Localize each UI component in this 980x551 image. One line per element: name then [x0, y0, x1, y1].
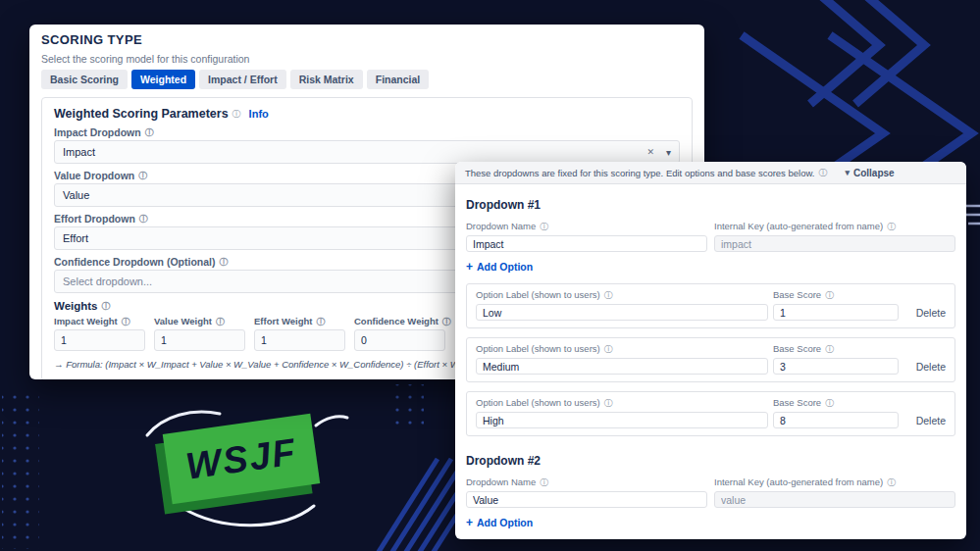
option-row-fields: Delete — [476, 358, 946, 375]
dropdown-1-heading: Dropdown #1 — [466, 198, 955, 212]
option-row-headers: Option Label (shown to users) ⓘ Base Sco… — [476, 289, 946, 301]
info-icon[interactable]: ⓘ — [232, 110, 241, 119]
confidence-weight-input[interactable] — [354, 329, 445, 351]
impact-dropdown-select[interactable]: Impact ✕ ▾ — [54, 140, 680, 164]
info-icon[interactable]: ⓘ — [540, 478, 548, 487]
dropdown-options-panel: These dropdowns are fixed for this scori… — [455, 162, 966, 539]
impact-weight-field: Impact Weight ⓘ — [54, 316, 145, 351]
value-weight-field: Value Weight ⓘ — [154, 316, 245, 351]
add-option-button[interactable]: + Add Option — [466, 261, 533, 273]
info-icon[interactable]: ⓘ — [216, 318, 225, 326]
add-option-button[interactable]: + Add Option — [466, 517, 533, 528]
hatch-decor — [377, 459, 459, 551]
info-icon[interactable]: ⓘ — [825, 399, 834, 408]
info-icon[interactable]: ⓘ — [604, 291, 613, 300]
info-icon[interactable]: ⓘ — [122, 318, 130, 326]
dropdown-1-labels: Dropdown Name ⓘ Internal Key (auto-gener… — [466, 221, 955, 232]
option-row-fields: Delete — [476, 412, 946, 428]
option-row-2: Option Label (shown to users) ⓘ Base Sco… — [466, 337, 955, 382]
tab-weighted[interactable]: Weighted — [131, 70, 195, 89]
info-icon[interactable]: ⓘ — [139, 215, 148, 224]
base-score-input[interactable] — [773, 358, 899, 375]
delete-option-button[interactable]: Delete — [916, 307, 946, 319]
info-icon[interactable]: ⓘ — [887, 478, 896, 487]
info-icon[interactable]: ⓘ — [442, 318, 451, 326]
dropdown-2-name-input[interactable] — [466, 491, 707, 508]
internal-key-label: Internal Key (auto-generated from name) … — [714, 221, 955, 232]
base-score-header: Base Score ⓘ — [773, 397, 899, 409]
option-label-header: Option Label (shown to users) ⓘ — [476, 397, 768, 409]
base-score-header: Base Score ⓘ — [773, 289, 899, 301]
plus-icon: + — [466, 261, 473, 273]
chevron-down-icon[interactable]: ▾ — [666, 147, 671, 158]
info-icon[interactable]: ⓘ — [887, 223, 896, 231]
base-score-input[interactable] — [773, 304, 899, 321]
info-icon[interactable]: ⓘ — [316, 318, 325, 326]
dropdown-1-name-input[interactable] — [466, 235, 707, 252]
field-label: Effort Weight ⓘ — [254, 316, 345, 327]
section-heading: Weighted Scoring Parameters — [54, 107, 229, 121]
effort-weight-input[interactable] — [254, 329, 345, 351]
dropdown-name-label: Dropdown Name ⓘ — [466, 221, 707, 232]
delete-option-button[interactable]: Delete — [916, 415, 946, 426]
add-option-label: Add Option — [477, 261, 533, 273]
delete-option-button[interactable]: Delete — [916, 361, 946, 373]
dropdown-name-label: Dropdown Name ⓘ — [466, 476, 707, 488]
wsjf-logo-text: WSJF — [183, 430, 299, 487]
dropdown-2-key-input — [714, 491, 955, 508]
scoring-model-tabs: Basic Scoring Weighted Impact / Effort R… — [41, 70, 693, 89]
section-heading-row: Weighted Scoring Parameters ⓘ Info — [54, 107, 680, 121]
collapse-button[interactable]: ▾ Collapse — [845, 168, 894, 178]
dropdown-2-labels: Dropdown Name ⓘ Internal Key (auto-gener… — [466, 476, 955, 488]
dropdown-1-key-input — [714, 235, 955, 252]
base-score-input[interactable] — [773, 412, 899, 428]
field-label: Impact Weight ⓘ — [54, 316, 145, 327]
plus-icon: + — [466, 517, 473, 528]
tab-impact-effort[interactable]: Impact / Effort — [199, 70, 286, 89]
option-label-header: Option Label (shown to users) ⓘ — [476, 289, 768, 301]
option-row-fields: Delete — [476, 304, 946, 321]
option-row-headers: Option Label (shown to users) ⓘ Base Sco… — [476, 343, 946, 355]
add-option-label: Add Option — [477, 517, 533, 528]
confidence-weight-field: Confidence Weight ⓘ — [354, 316, 445, 351]
chevron-down-icon: ▾ — [845, 168, 850, 177]
info-icon[interactable]: ⓘ — [102, 302, 111, 311]
value-weight-input[interactable] — [154, 329, 245, 351]
page-title: SCORING TYPE — [41, 32, 693, 47]
option-label-input[interactable] — [476, 412, 768, 428]
options-panel-body: Dropdown #1 Dropdown Name ⓘ Internal Key… — [455, 184, 966, 539]
option-label-input[interactable] — [476, 304, 768, 321]
dot-grid-decor — [390, 384, 424, 427]
dropdown-2-heading: Dropdown #2 — [466, 454, 955, 468]
info-icon[interactable]: ⓘ — [818, 169, 827, 177]
option-row-3: Option Label (shown to users) ⓘ Base Sco… — [466, 391, 955, 436]
info-icon[interactable]: ⓘ — [138, 172, 147, 180]
info-icon[interactable]: ⓘ — [604, 345, 613, 354]
fixed-dropdowns-banner: These dropdowns are fixed for this scori… — [455, 162, 966, 184]
info-icon[interactable]: ⓘ — [145, 128, 154, 137]
page-subtitle: Select the scoring model for this config… — [41, 53, 693, 65]
option-row-headers: Option Label (shown to users) ⓘ Base Sco… — [476, 397, 946, 409]
info-icon[interactable]: ⓘ — [825, 291, 834, 300]
banner-text: These dropdowns are fixed for this scori… — [465, 168, 814, 178]
dot-grid-decor — [2, 390, 39, 549]
edge-lines-decor — [965, 206, 980, 224]
impact-weight-input[interactable] — [54, 329, 145, 351]
dropdown-1-inputs — [466, 235, 955, 252]
field-label: Impact Dropdown ⓘ — [54, 126, 680, 138]
dropdown-2-inputs — [466, 491, 955, 508]
info-icon[interactable]: ⓘ — [540, 223, 548, 231]
info-icon[interactable]: ⓘ — [604, 399, 613, 408]
info-icon[interactable]: ⓘ — [219, 258, 228, 267]
base-score-header: Base Score ⓘ — [773, 343, 899, 355]
info-icon[interactable]: ⓘ — [825, 345, 834, 354]
collapse-label: Collapse — [853, 168, 895, 178]
tab-financial[interactable]: Financial — [367, 70, 430, 89]
option-label-input[interactable] — [476, 358, 768, 375]
tab-risk-matrix[interactable]: Risk Matrix — [290, 70, 363, 89]
info-link[interactable]: Info — [249, 108, 269, 120]
clear-icon[interactable]: ✕ — [646, 147, 654, 157]
tab-basic-scoring[interactable]: Basic Scoring — [41, 70, 128, 89]
impact-dropdown-field: Impact Dropdown ⓘ Impact ✕ ▾ — [54, 126, 680, 164]
field-label: Value Weight ⓘ — [154, 316, 245, 327]
